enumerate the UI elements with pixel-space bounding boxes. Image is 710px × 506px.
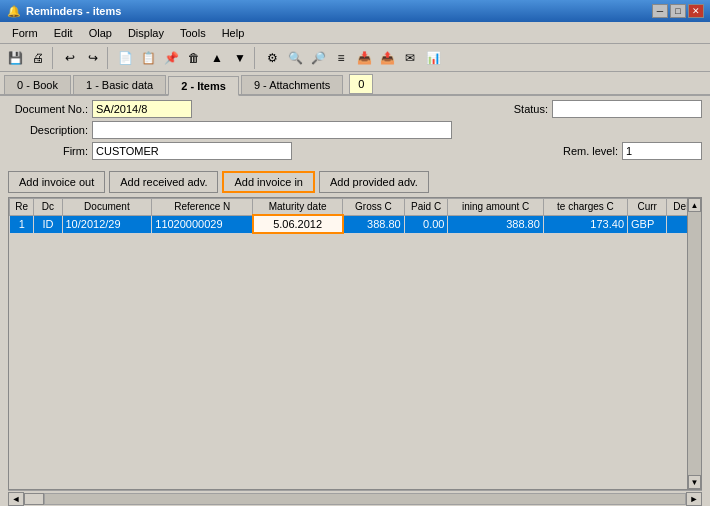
desc-label: Description:: [8, 124, 88, 136]
settings-button[interactable]: ⚙: [261, 47, 283, 69]
doc-input[interactable]: [92, 100, 192, 118]
table-row[interactable]: 1 ID 10/2012/29 11020000029 5.06.2012 38…: [10, 215, 701, 233]
menu-item-help[interactable]: Help: [214, 25, 253, 41]
form-area: Document No.: Status: Description: Firm:…: [0, 96, 710, 167]
save-button[interactable]: 💾: [4, 47, 26, 69]
table-wrapper: Re Dc Document Reference N Maturity date…: [8, 197, 702, 490]
col-charges: te charges C: [543, 199, 627, 216]
maximize-button[interactable]: □: [670, 4, 686, 18]
add-provided-adv-button[interactable]: Add provided adv.: [319, 171, 429, 193]
export-button[interactable]: 📤: [376, 47, 398, 69]
paste-button[interactable]: 📌: [160, 47, 182, 69]
cell-ining: 388.80: [448, 215, 543, 233]
menu-item-display[interactable]: Display: [120, 25, 172, 41]
col-maturity: Maturity date: [253, 199, 343, 216]
add-invoice-in-button[interactable]: Add invoice in: [222, 171, 315, 193]
menu-item-olap[interactable]: Olap: [81, 25, 120, 41]
tabs: 0 - Book 1 - Basic data 2 - Items 9 - At…: [0, 72, 710, 96]
items-table: Re Dc Document Reference N Maturity date…: [9, 198, 701, 234]
add-received-adv-button[interactable]: Add received adv.: [109, 171, 218, 193]
move-up-button[interactable]: ▲: [206, 47, 228, 69]
cell-curr: GBP: [628, 215, 667, 233]
title-bar: 🔔 Reminders - items ─ □ ✕: [0, 0, 710, 22]
cell-paid: 0.00: [404, 215, 448, 233]
new-button[interactable]: 📄: [114, 47, 136, 69]
filter-button[interactable]: 🔎: [307, 47, 329, 69]
col-ining: ining amount C: [448, 199, 543, 216]
firm-row: Firm: Rem. level:: [8, 142, 702, 160]
tab-book[interactable]: 0 - Book: [4, 75, 71, 94]
cell-dc: ID: [34, 215, 62, 233]
cell-gross: 388.80: [343, 215, 405, 233]
chart-button[interactable]: 📊: [422, 47, 444, 69]
app-icon: 🔔: [6, 3, 22, 19]
firm-input[interactable]: [92, 142, 292, 160]
cell-reference: 11020000029: [152, 215, 253, 233]
vertical-scrollbar[interactable]: ▲ ▼: [687, 198, 701, 489]
col-reference: Reference N: [152, 199, 253, 216]
menu-item-tools[interactable]: Tools: [172, 25, 214, 41]
copy-button[interactable]: 📋: [137, 47, 159, 69]
horizontal-scrollbar[interactable]: ◄ ►: [8, 490, 702, 506]
scroll-thumb[interactable]: [24, 493, 44, 505]
remlevel-label: Rem. level:: [538, 145, 618, 157]
tab-basic-data[interactable]: 1 - Basic data: [73, 75, 166, 94]
delete-button[interactable]: 🗑: [183, 47, 205, 69]
find-button[interactable]: 🔍: [284, 47, 306, 69]
cell-charges: 173.40: [543, 215, 627, 233]
main-content: Document No.: Status: Description: Firm:…: [0, 96, 710, 506]
scroll-down-button[interactable]: ▼: [688, 475, 701, 489]
tab-counter: 0: [349, 74, 373, 94]
desc-input[interactable]: [92, 121, 452, 139]
doc-row: Document No.: Status:: [8, 100, 702, 118]
col-gross: Gross C: [343, 199, 405, 216]
scroll-right-button[interactable]: ►: [686, 492, 702, 506]
col-curr: Curr: [628, 199, 667, 216]
scroll-up-button[interactable]: ▲: [688, 198, 701, 212]
import-button[interactable]: 📥: [353, 47, 375, 69]
move-down-button[interactable]: ▼: [229, 47, 251, 69]
doc-label: Document No.:: [8, 103, 88, 115]
window-controls: ─ □ ✕: [652, 4, 704, 18]
list-button[interactable]: ≡: [330, 47, 352, 69]
menu-item-form[interactable]: Form: [4, 25, 46, 41]
scroll-left-button[interactable]: ◄: [8, 492, 24, 506]
desc-row: Description:: [8, 121, 702, 139]
close-button[interactable]: ✕: [688, 4, 704, 18]
remlevel-input[interactable]: [622, 142, 702, 160]
minimize-button[interactable]: ─: [652, 4, 668, 18]
col-dc: Dc: [34, 199, 62, 216]
cell-re: 1: [10, 215, 34, 233]
scroll-track: [44, 493, 686, 505]
window-title: Reminders - items: [26, 5, 652, 17]
status-input[interactable]: [552, 100, 702, 118]
email-button[interactable]: ✉: [399, 47, 421, 69]
menu-item-edit[interactable]: Edit: [46, 25, 81, 41]
toolbar: 💾 🖨 ↩ ↪ 📄 📋 📌 🗑 ▲ ▼ ⚙ 🔍 🔎 ≡ 📥 📤 ✉ 📊: [0, 44, 710, 72]
tab-items[interactable]: 2 - Items: [168, 76, 239, 96]
status-label: Status:: [468, 103, 548, 115]
cell-document: 10/2012/29: [62, 215, 152, 233]
tab-attachments[interactable]: 9 - Attachments: [241, 75, 343, 94]
col-document: Document: [62, 199, 152, 216]
print-button[interactable]: 🖨: [27, 47, 49, 69]
cell-maturity: 5.06.2012: [253, 215, 343, 233]
undo-button[interactable]: ↩: [59, 47, 81, 69]
redo-button[interactable]: ↪: [82, 47, 104, 69]
firm-label: Firm:: [8, 145, 88, 157]
menu-bar: FormEditOlapDisplayToolsHelp: [0, 22, 710, 44]
scroll-track: [688, 212, 701, 475]
table-header-row: Re Dc Document Reference N Maturity date…: [10, 199, 701, 216]
add-invoice-out-button[interactable]: Add invoice out: [8, 171, 105, 193]
action-buttons-area: Add invoice out Add received adv. Add in…: [0, 167, 710, 197]
col-paid: Paid C: [404, 199, 448, 216]
col-re: Re: [10, 199, 34, 216]
